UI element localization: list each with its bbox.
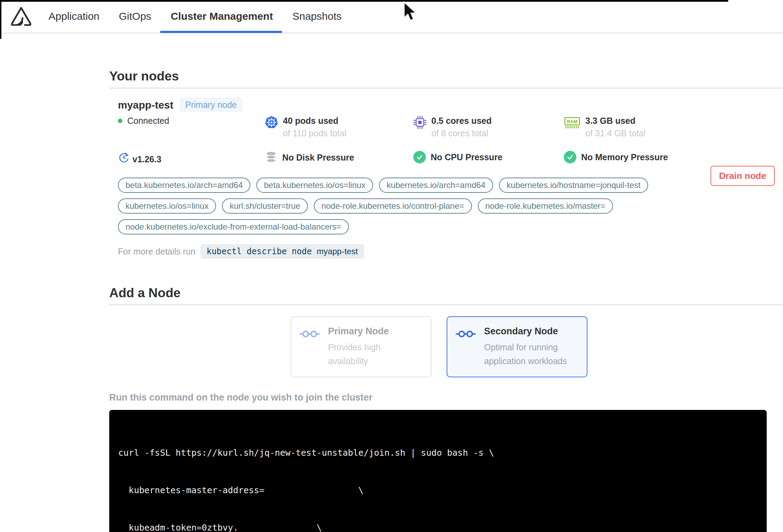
node-label-pill: kubernetes.io/arch=amd64	[379, 178, 493, 193]
node-label-pill: beta.kubernetes.io/arch=amd64	[118, 178, 250, 193]
node-status-label: Connected	[127, 116, 169, 126]
drain-node-button[interactable]: Drain node	[711, 166, 775, 186]
main-content: Your nodes myapp-test Primary node Conne…	[0, 69, 783, 532]
linked-nodes-icon	[300, 329, 320, 368]
memory-total: of 31.4 GB total	[585, 128, 646, 138]
join-command-block: curl -fsSL https://kurl.sh/jq-new-test-u…	[109, 410, 767, 532]
page: { "header": { "logo_icon": "replicated-l…	[0, 0, 783, 532]
pods-used: 40 pods used	[283, 116, 346, 126]
section-divider	[109, 304, 783, 305]
secondary-node-option-title: Secondary Node	[484, 326, 578, 337]
pods-total: of 110 pods total	[283, 128, 346, 138]
cpu-pressure-label: No CPU Pressure	[431, 152, 502, 162]
version-clock-icon	[118, 151, 130, 164]
node-version-label: v1.26.3	[132, 154, 161, 164]
primary-node-badge: Primary node	[180, 97, 242, 112]
secondary-node-option[interactable]: Secondary Node Optimal for running appli…	[447, 316, 587, 377]
tab-cluster-management[interactable]: Cluster Management	[171, 0, 273, 33]
tab-application[interactable]: Application	[49, 0, 100, 33]
tab-gitops[interactable]: GitOps	[119, 0, 151, 33]
cpu-chip-icon	[413, 116, 427, 129]
node-details-row: For more details run kubectl describe no…	[118, 244, 783, 259]
check-icon	[564, 151, 576, 163]
check-icon	[413, 151, 426, 163]
node-label-pill: node.kubernetes.io/exclude-from-external…	[118, 219, 349, 234]
linked-nodes-icon	[456, 329, 476, 368]
node-label-pill: beta.kubernetes.io/os=linux	[256, 178, 373, 193]
join-command-line: curl -fsSL https://kurl.sh/jq-new-test-u…	[118, 447, 758, 459]
node-label-pill: node-role.kubernetes.io/control-plane=	[314, 198, 472, 214]
kubernetes-icon	[265, 116, 278, 129]
node-labels: beta.kubernetes.io/arch=amd64 beta.kuber…	[118, 178, 783, 234]
nav-tabs: Application GitOps Cluster Management Sn…	[49, 0, 361, 33]
node-name: myapp-test	[118, 99, 173, 111]
window-top-edge	[0, 0, 728, 2]
node-label-pill: kubernetes.io/hostname=jonquil-test	[499, 178, 648, 193]
kubectl-describe-chip: kubectl describe node myapp-test	[200, 244, 364, 259]
node-label-pill: node-role.kubernetes.io/master=	[478, 198, 613, 214]
memory-stat: RAM 3.3 GB used of 31.4 GB total	[564, 116, 783, 138]
cores-total: of 8 cores total	[431, 128, 492, 138]
your-nodes-title: Your nodes	[109, 69, 783, 84]
node-name-row: myapp-test Primary node	[118, 97, 783, 112]
join-command-line: kubeadm-token=0ztbvy. \	[118, 522, 758, 532]
pods-stat: 40 pods used of 110 pods total	[265, 116, 413, 138]
node-status: Connected	[118, 116, 265, 126]
cores-used: 0.5 cores used	[431, 116, 492, 126]
top-nav: Application GitOps Cluster Management Sn…	[0, 0, 783, 33]
kubectl-command-arg: myapp-test	[317, 247, 358, 256]
primary-node-option[interactable]: Primary Node Provides high availability	[291, 316, 431, 377]
ram-icon: RAM	[564, 116, 580, 129]
join-command-line: kubernetes-master-address= \	[118, 484, 758, 497]
join-command-instruction: Run this command on the node you wish to…	[109, 392, 783, 403]
disk-pressure-label: No Disk Pressure	[282, 153, 354, 163]
node-card: myapp-test Primary node Connected	[109, 88, 783, 259]
disk-pressure: No Disk Pressure	[265, 151, 413, 164]
tab-snapshots[interactable]: Snapshots	[292, 0, 342, 33]
node-type-options: Primary Node Provides high availability …	[291, 316, 783, 377]
add-node-title: Add a Node	[109, 286, 783, 300]
memory-used: 3.3 GB used	[585, 116, 646, 126]
primary-node-option-title: Primary Node	[328, 326, 422, 337]
window-left-edge	[0, 0, 1, 39]
node-label-pill: kurl.sh/cluster=true	[222, 198, 308, 214]
replicated-logo-icon	[10, 6, 32, 27]
disk-database-icon	[265, 151, 277, 164]
kubectl-command: kubectl describe node	[207, 247, 312, 256]
memory-pressure: No Memory Pressure	[564, 151, 783, 163]
svg-text:RAM: RAM	[567, 119, 578, 124]
connected-dot-icon	[118, 119, 122, 123]
node-version: v1.26.3	[118, 151, 265, 164]
app-logo[interactable]	[10, 0, 32, 33]
node-label-pill: kubernetes.io/os=linux	[118, 198, 216, 214]
cpu-pressure: No CPU Pressure	[413, 151, 564, 163]
node-stats-grid: Connected 40 po	[118, 116, 783, 164]
primary-node-option-desc: Provides high availability	[328, 340, 422, 368]
memory-pressure-label: No Memory Pressure	[581, 152, 668, 162]
cores-stat: 0.5 cores used of 8 cores total	[413, 116, 564, 138]
details-prefix: For more details run	[118, 247, 196, 257]
secondary-node-option-desc: Optimal for running application workload…	[484, 340, 578, 368]
